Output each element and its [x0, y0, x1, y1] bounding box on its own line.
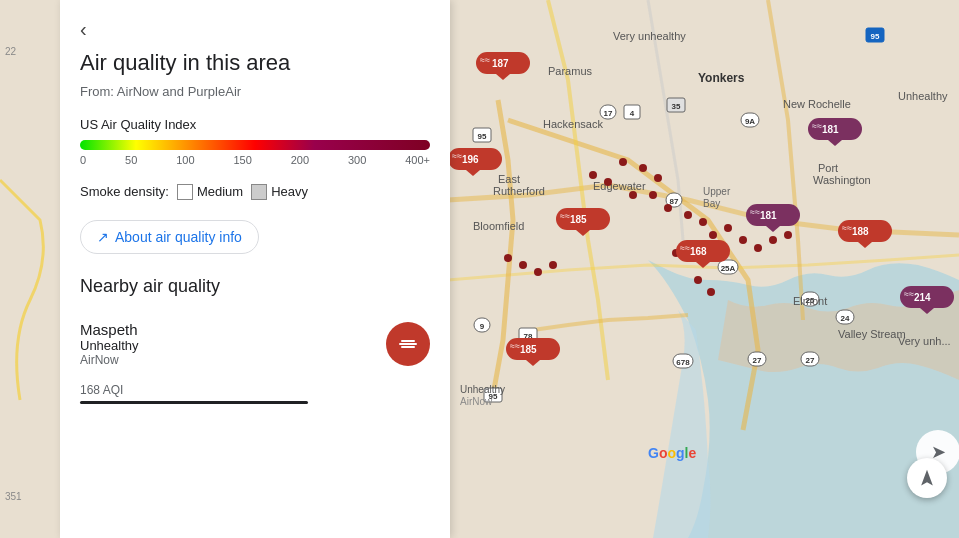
aqi-scale: 0 50 100 150 200 300 400+: [80, 154, 430, 166]
svg-text:27: 27: [806, 356, 815, 365]
svg-text:Bloomfield: Bloomfield: [473, 220, 524, 232]
svg-text:22: 22: [5, 46, 17, 57]
svg-text:≈≈: ≈≈: [452, 151, 462, 161]
svg-point-65: [754, 244, 762, 252]
about-air-quality-button[interactable]: ↗ About air quality info: [80, 220, 259, 254]
svg-text:AirNow: AirNow: [460, 396, 493, 407]
svg-text:87: 87: [670, 197, 679, 206]
svg-text:188: 188: [852, 226, 869, 237]
nearby-item-maspeth[interactable]: Maspeth Unhealthy AirNow: [80, 313, 430, 375]
svg-point-74: [549, 261, 557, 269]
svg-text:≈≈: ≈≈: [812, 121, 822, 131]
back-button[interactable]: ‹: [60, 0, 450, 49]
svg-text:351: 351: [5, 491, 22, 502]
svg-text:≈≈: ≈≈: [510, 341, 520, 351]
svg-point-56: [639, 164, 647, 172]
svg-text:24: 24: [841, 314, 850, 323]
wave-3: [401, 346, 415, 348]
svg-text:Rutherford: Rutherford: [493, 185, 545, 197]
svg-point-61: [699, 218, 707, 226]
svg-text:Unhealthy: Unhealthy: [898, 90, 948, 102]
page-title: Air quality in this area: [80, 49, 430, 78]
svg-text:17: 17: [604, 109, 613, 118]
map-svg: 95 17 4 87 35 9A 25A 9 78 95 678 27 27 2…: [448, 0, 959, 538]
svg-text:≈≈: ≈≈: [750, 207, 760, 217]
source-label: From: AirNow and PurpleAir: [80, 84, 430, 99]
svg-text:Elmont: Elmont: [793, 295, 827, 307]
svg-rect-0: [0, 0, 62, 538]
svg-text:≈≈: ≈≈: [560, 211, 570, 221]
svg-point-67: [784, 231, 792, 239]
aqi-scale-200: 200: [291, 154, 309, 166]
svg-text:25A: 25A: [721, 264, 736, 273]
svg-text:Very unhealthy: Very unhealthy: [613, 30, 686, 42]
aqi-section: US Air Quality Index 0 50 100 150 200 30…: [80, 117, 430, 166]
svg-point-55: [619, 158, 627, 166]
svg-point-59: [664, 204, 672, 212]
nearby-location-name: Maspeth: [80, 321, 139, 338]
nearby-location-source: AirNow: [80, 353, 139, 367]
svg-point-62: [709, 231, 717, 239]
svg-point-73: [649, 191, 657, 199]
aqi-scale-0: 0: [80, 154, 86, 166]
svg-text:Bay: Bay: [703, 198, 720, 209]
svg-point-76: [519, 261, 527, 269]
aqi-gradient-bar: [80, 140, 430, 150]
aqi-badge-icon: [399, 340, 417, 348]
about-air-quality-label: About air quality info: [115, 229, 242, 245]
aqi-scale-100: 100: [176, 154, 194, 166]
svg-text:Yonkers: Yonkers: [698, 71, 745, 85]
map-area[interactable]: 95 17 4 87 35 9A 25A 9 78 95 678 27 27 2…: [448, 0, 959, 538]
svg-text:≈≈: ≈≈: [480, 55, 490, 65]
svg-text:196: 196: [462, 154, 479, 165]
nearby-air-quality-title: Nearby air quality: [80, 276, 430, 297]
aqi-value-label: 168 AQI: [80, 383, 430, 397]
svg-point-77: [504, 254, 512, 262]
svg-text:Google: Google: [648, 445, 696, 461]
smoke-density-section: Smoke density: Medium Heavy: [80, 184, 430, 200]
aqi-scale-400plus: 400+: [405, 154, 430, 166]
aqi-scale-50: 50: [125, 154, 137, 166]
left-map-strip: 351 22: [0, 0, 62, 538]
svg-text:9: 9: [480, 322, 485, 331]
wave-2: [399, 343, 417, 345]
svg-text:Very unh...: Very unh...: [898, 335, 951, 347]
svg-text:27: 27: [753, 356, 762, 365]
svg-text:185: 185: [520, 344, 537, 355]
navigation-button[interactable]: [907, 458, 947, 498]
back-arrow-icon: ‹: [80, 18, 87, 41]
svg-text:New Rochelle: New Rochelle: [783, 98, 851, 110]
svg-text:181: 181: [822, 124, 839, 135]
aqi-scale-300: 300: [348, 154, 366, 166]
svg-point-66: [769, 236, 777, 244]
svg-text:≈≈: ≈≈: [904, 289, 914, 299]
sidebar: ‹ Air quality in this area From: AirNow …: [60, 0, 450, 538]
svg-text:≈≈: ≈≈: [680, 243, 690, 253]
svg-text:35: 35: [672, 102, 681, 111]
svg-text:Edgewater: Edgewater: [593, 180, 646, 192]
svg-text:678: 678: [676, 358, 690, 367]
smoke-density-label: Smoke density:: [80, 184, 169, 199]
external-link-icon: ↗: [97, 229, 109, 245]
smoke-medium-label: Medium: [197, 184, 243, 199]
svg-text:168: 168: [690, 246, 707, 257]
smoke-heavy-item: Heavy: [251, 184, 308, 200]
nearby-location-status: Unhealthy: [80, 338, 139, 353]
smoke-heavy-label: Heavy: [271, 184, 308, 199]
wave-1: [401, 340, 415, 342]
svg-text:95: 95: [478, 132, 487, 141]
svg-point-68: [604, 178, 612, 186]
aqi-label: US Air Quality Index: [80, 117, 430, 132]
smoke-medium-item: Medium: [177, 184, 243, 200]
svg-point-72: [707, 288, 715, 296]
svg-text:214: 214: [914, 292, 931, 303]
svg-point-57: [654, 174, 662, 182]
svg-text:Upper: Upper: [703, 186, 731, 197]
aqi-badge-maspeth: [386, 322, 430, 366]
svg-text:≈≈: ≈≈: [842, 223, 852, 233]
svg-text:Hackensack: Hackensack: [543, 118, 603, 130]
sidebar-content: Air quality in this area From: AirNow an…: [60, 49, 450, 424]
svg-point-71: [694, 276, 702, 284]
svg-text:Paramus: Paramus: [548, 65, 593, 77]
svg-point-58: [629, 191, 637, 199]
